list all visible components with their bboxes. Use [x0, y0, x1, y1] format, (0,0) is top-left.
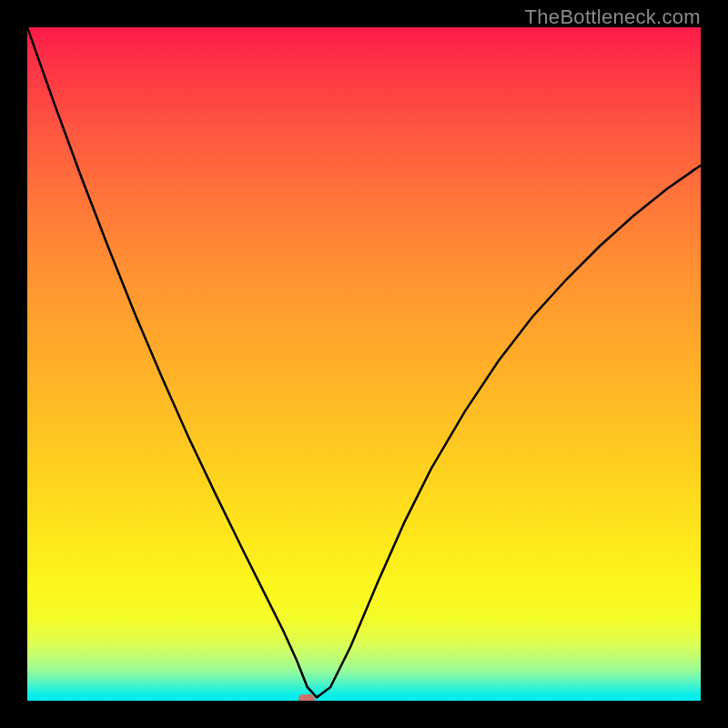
chart-frame: TheBottleneck.com	[0, 0, 728, 728]
plot-area	[27, 27, 701, 701]
min-marker	[298, 694, 315, 701]
watermark-text: TheBottleneck.com	[525, 5, 701, 29]
curve-path	[27, 27, 701, 697]
curve-svg	[27, 27, 701, 701]
